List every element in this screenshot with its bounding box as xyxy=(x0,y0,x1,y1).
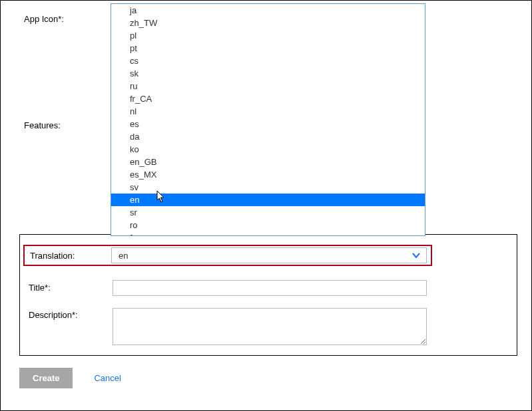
language-option[interactable]: pl xyxy=(111,29,425,42)
language-option[interactable]: pt xyxy=(111,42,425,55)
language-option[interactable]: es_MX xyxy=(111,168,425,181)
language-option[interactable]: ro xyxy=(111,219,425,231)
language-option[interactable]: cs xyxy=(111,55,425,67)
language-option[interactable]: zh_TW xyxy=(111,17,425,29)
language-option[interactable]: es xyxy=(111,118,425,130)
create-button[interactable]: Create xyxy=(19,368,73,388)
language-option[interactable]: fr xyxy=(111,231,425,235)
language-option[interactable]: ja xyxy=(111,4,425,17)
language-listbox[interactable]: jazh_TWplptcsskrufr_CAnlesdakoen_GBes_MX… xyxy=(111,3,425,236)
title-label: Title*: xyxy=(29,283,51,293)
form-panel: Translation: en Title*: Description*: xyxy=(19,234,517,356)
chevron-down-icon xyxy=(411,251,421,260)
language-option[interactable]: fr_CA xyxy=(111,92,425,105)
language-option[interactable]: sv xyxy=(111,181,425,194)
language-option[interactable]: da xyxy=(111,130,425,143)
title-input[interactable] xyxy=(113,280,427,296)
language-option[interactable]: ru xyxy=(111,80,425,92)
app-icon-label: App Icon*: xyxy=(24,14,64,24)
translation-select[interactable]: en xyxy=(111,247,427,263)
language-option[interactable]: ko xyxy=(111,143,425,156)
language-option[interactable]: sk xyxy=(111,67,425,80)
translation-row-highlight: Translation: en xyxy=(23,245,432,266)
translation-select-value: en xyxy=(119,251,128,261)
language-option[interactable]: en_GB xyxy=(111,156,425,168)
footer: Create Cancel xyxy=(19,368,121,388)
language-option[interactable]: en xyxy=(111,194,425,206)
translation-label: Translation: xyxy=(25,251,111,261)
language-option[interactable]: sr xyxy=(111,206,425,219)
description-label: Description*: xyxy=(29,310,78,320)
cancel-link[interactable]: Cancel xyxy=(94,373,121,383)
language-option[interactable]: nl xyxy=(111,105,425,118)
description-input[interactable] xyxy=(113,308,427,345)
features-label: Features: xyxy=(24,120,61,130)
